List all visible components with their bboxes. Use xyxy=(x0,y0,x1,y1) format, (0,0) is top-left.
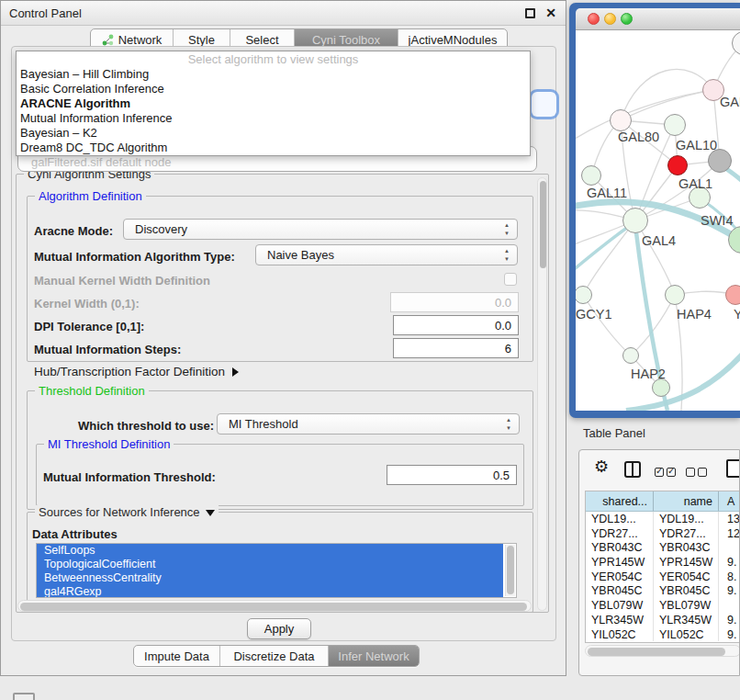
aracne-mode-combo[interactable]: Discovery ▲▼ xyxy=(123,219,518,240)
node-label-y-cut: Y xyxy=(734,307,740,322)
algorithm-popup-list: Select algorithm to view settings Bayesi… xyxy=(16,51,531,156)
node-bottom-green[interactable] xyxy=(652,378,670,397)
deselect-all-checkboxes-icon[interactable] xyxy=(686,464,710,480)
close-traffic-light-icon[interactable] xyxy=(588,13,600,25)
list-item-betweennesscentrality[interactable]: BetweennessCentrality xyxy=(37,571,503,585)
node-label-gal10: GAL10 xyxy=(676,138,717,152)
close-icon[interactable]: ✕ xyxy=(545,6,556,20)
mi-steps-field[interactable]: 6 xyxy=(393,338,519,358)
table-row[interactable]: YDL19...YDL19...13 xyxy=(586,512,740,526)
settings-hscroll-thumb[interactable] xyxy=(20,603,527,611)
list-item-gal4rgexp[interactable]: gal4RGexp xyxy=(37,585,503,598)
mi-threshold-field[interactable]: 0.5 xyxy=(387,465,517,485)
minimize-traffic-light-icon[interactable] xyxy=(604,13,616,25)
popup-item-mutual-information[interactable]: Mutual Information Inference xyxy=(17,111,530,126)
network-window-titlebar xyxy=(576,8,740,30)
popup-item-bayesian-k2[interactable]: Bayesian – K2 xyxy=(17,126,530,141)
tab-infer-network[interactable]: Infer Network xyxy=(329,646,419,666)
popup-item-basic-correlation[interactable]: Basic Correlation Inference xyxy=(17,82,530,96)
column-header-cut[interactable]: A xyxy=(719,491,740,511)
dpi-tolerance-field[interactable]: 0.0 xyxy=(393,315,519,335)
table-row[interactable]: YDR27...YDR27...12 xyxy=(586,526,740,541)
columns-icon[interactable] xyxy=(624,461,641,478)
node-label-gal1: GAL1 xyxy=(678,176,712,191)
tab-impute-data[interactable]: Impute Data xyxy=(134,646,220,666)
list-item-selfloops[interactable]: SelfLoops xyxy=(37,544,503,558)
algorithm-popup-hint: Select algorithm to view settings xyxy=(17,51,530,67)
node-gal11[interactable] xyxy=(581,165,601,186)
minimized-panel-icon[interactable] xyxy=(13,693,35,700)
table-row[interactable]: YBL079WYBL079W xyxy=(586,598,740,613)
mi-algorithm-type-combo[interactable]: Naive Bayes ▲▼ xyxy=(255,244,518,265)
node-gal80[interactable] xyxy=(610,109,632,131)
page-title: Control Panel xyxy=(9,6,82,20)
control-panel-titlebar: Control Panel ✕ xyxy=(1,1,566,26)
sources-title[interactable]: Sources for Network Inference xyxy=(35,505,219,519)
popup-item-bayesian-hill[interactable]: Bayesian – Hill Climbing xyxy=(17,67,530,82)
threshold-definition-title: Threshold Definition xyxy=(35,384,149,398)
new-table-icon[interactable] xyxy=(726,459,740,478)
network-view-window: GAL GAL80 GAL10 GAL1 GAL11 SWI4 GAL4 GCY… xyxy=(569,3,740,418)
popup-item-dream8[interactable]: Dream8 DC_TDC Algorithm xyxy=(17,141,530,155)
algorithm-definition-title: Algorithm Definition xyxy=(35,189,146,203)
manual-kernel-label: Manual Kernel Width Definition xyxy=(34,274,210,288)
select-all-checkboxes-icon[interactable] xyxy=(655,464,678,480)
node-gal1-selected[interactable] xyxy=(667,155,688,175)
table-hscroll-thumb[interactable] xyxy=(588,648,725,656)
table-row[interactable]: YIL052CYIL052C9. xyxy=(586,627,740,642)
float-window-icon[interactable] xyxy=(525,8,535,18)
screen: Control Panel ✕ Network Style Select Cyn… xyxy=(0,0,740,700)
table-panel-title: Table Panel xyxy=(583,426,645,440)
hub-section-toggle[interactable]: Hub/Transcription Factor Definition xyxy=(34,365,239,378)
bottom-tab-bar: Impute Data Discretize Data Infer Networ… xyxy=(133,645,420,667)
data-attributes-label: Data Attributes xyxy=(32,527,118,541)
settings-horizontal-scrollbar[interactable] xyxy=(17,600,532,612)
table-row[interactable]: YER054CYER054C8. xyxy=(586,570,740,584)
table-row[interactable]: YPR145WYPR145W9. xyxy=(586,555,740,570)
node-salmon-cut[interactable] xyxy=(725,285,740,305)
mi-algorithm-type-label: Mutual Information Algorithm Type: xyxy=(34,250,235,264)
combo-arrows-icon: ▲▼ xyxy=(504,247,510,264)
node-label-hap2: HAP2 xyxy=(631,367,666,381)
popup-item-aracne[interactable]: ARACNE Algorithm xyxy=(17,96,530,111)
combo-arrows-icon: ▲▼ xyxy=(506,416,511,433)
node-label-gal80: GAL80 xyxy=(618,130,659,144)
apply-button[interactable]: Apply xyxy=(247,618,311,639)
list-item-topologicalcoefficient[interactable]: TopologicalCoefficient xyxy=(37,558,503,571)
node-label-gal11: GAL11 xyxy=(587,186,627,200)
kernel-width-label: Kernel Width (0,1): xyxy=(34,297,140,310)
node-label-gal-cut: GAL xyxy=(720,95,740,109)
node-hap4[interactable] xyxy=(665,285,685,305)
table-horizontal-scrollbar[interactable] xyxy=(585,645,740,657)
attributes-list-scrollbar[interactable] xyxy=(505,545,515,596)
node-gal10[interactable] xyxy=(664,114,686,136)
which-threshold-combo[interactable]: MI Threshold ▲▼ xyxy=(217,413,520,435)
node-label-swi4: SWI4 xyxy=(701,213,733,228)
column-header-name[interactable]: name xyxy=(654,491,719,511)
node-hap2[interactable] xyxy=(622,347,639,364)
inference-algorithm-combo-fragment[interactable] xyxy=(532,92,556,117)
mi-threshold-definition-title: MI Threshold Definition xyxy=(44,437,174,451)
network-icon xyxy=(102,34,114,46)
mi-steps-label: Mutual Information Steps: xyxy=(34,343,181,356)
table-row[interactable]: YBR043CYBR043C xyxy=(586,540,740,555)
settings-vscroll-thumb[interactable] xyxy=(540,181,546,268)
node-gal4[interactable] xyxy=(622,208,648,233)
tab-discretize-data[interactable]: Discretize Data xyxy=(220,646,329,666)
kernel-width-field[interactable]: 0.0 xyxy=(390,292,519,312)
mi-threshold-label: Mutual Information Threshold: xyxy=(43,470,216,484)
manual-kernel-checkbox[interactable] xyxy=(504,273,517,286)
zoom-traffic-light-icon[interactable] xyxy=(621,13,633,25)
table-row[interactable]: YBR045CYBR045C9. xyxy=(586,583,740,598)
column-header-shared[interactable]: shared... xyxy=(586,491,654,511)
aracne-mode-label: Aracne Mode: xyxy=(34,224,113,238)
expanded-arrow-icon xyxy=(206,510,215,516)
dpi-tolerance-label: DPI Tolerance [0,1]: xyxy=(34,320,144,333)
settings-vertical-scrollbar[interactable] xyxy=(537,177,547,611)
combo-arrows-icon: ▲▼ xyxy=(504,221,510,238)
gear-icon[interactable]: ⚙ xyxy=(594,458,609,475)
network-canvas[interactable]: GAL GAL80 GAL10 GAL1 GAL11 SWI4 GAL4 GCY… xyxy=(576,30,740,411)
table-panel-window: ⚙ shared... name A YDL19...YDL19...13 YD… xyxy=(578,449,740,676)
table-row[interactable]: YLR345WYLR345W9. xyxy=(586,613,740,627)
node-table: shared... name A YDL19...YDL19...13 YDR2… xyxy=(585,491,740,643)
